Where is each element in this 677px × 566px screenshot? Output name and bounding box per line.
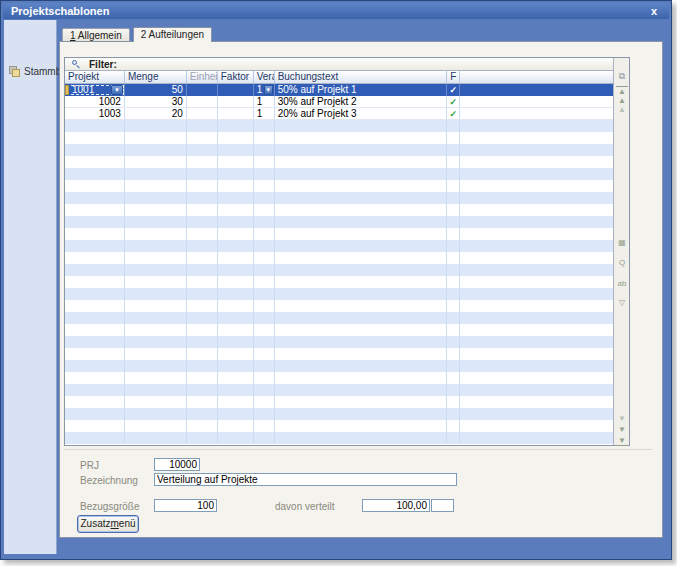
table-row[interactable] bbox=[65, 384, 613, 396]
cell-f bbox=[447, 228, 460, 240]
cell-filler bbox=[460, 84, 613, 96]
scroll-up-icon[interactable]: ▲ bbox=[616, 96, 628, 105]
cell-filler bbox=[460, 180, 613, 192]
cell-einheit bbox=[187, 300, 218, 312]
table-row[interactable] bbox=[65, 336, 613, 348]
column-header-menge[interactable]: Menge bbox=[125, 71, 187, 83]
table-row[interactable] bbox=[65, 168, 613, 180]
cell-filler bbox=[460, 396, 613, 408]
cell-f bbox=[447, 384, 460, 396]
cell-faktor bbox=[218, 192, 254, 204]
table-row[interactable] bbox=[65, 216, 613, 228]
table-row[interactable]: 100320120% auf Projekt 3✓ bbox=[65, 108, 613, 120]
scroll-top-icon[interactable]: ▲ bbox=[616, 86, 628, 96]
cell-buchungstext bbox=[275, 168, 448, 180]
cell-menge bbox=[125, 396, 187, 408]
cell-vera bbox=[254, 144, 275, 156]
table-row[interactable] bbox=[65, 312, 613, 324]
cell-f bbox=[447, 312, 460, 324]
column-chooser-icon[interactable]: ⧉ bbox=[616, 72, 628, 81]
table-row[interactable] bbox=[65, 252, 613, 264]
cell-projekt bbox=[65, 264, 125, 276]
table-row[interactable] bbox=[65, 144, 613, 156]
checkmark-icon: ✓ bbox=[450, 85, 458, 95]
scroll-down-page-icon[interactable]: ▼ bbox=[616, 414, 628, 423]
zusatzmenu-button[interactable]: Zusatzmenü bbox=[77, 515, 139, 533]
cell-filler bbox=[460, 240, 613, 252]
scroll-bottom-icon[interactable]: ▼ bbox=[616, 436, 628, 446]
column-header-einheit[interactable]: Einheit bbox=[187, 71, 218, 83]
search-grid-icon[interactable]: Q bbox=[616, 258, 628, 267]
cell-projekt bbox=[65, 300, 125, 312]
scroll-down-icon[interactable]: ▼ bbox=[616, 425, 628, 434]
cell-menge bbox=[125, 120, 187, 132]
cell-filler bbox=[460, 120, 613, 132]
cell-f bbox=[447, 372, 460, 384]
table-row[interactable] bbox=[65, 396, 613, 408]
column-header-projekt[interactable]: Projekt bbox=[65, 71, 125, 83]
table-row[interactable] bbox=[65, 288, 613, 300]
grid-filter-row[interactable]: Filter: bbox=[65, 58, 613, 71]
scroll-up-page-icon[interactable]: ▲ bbox=[616, 105, 628, 114]
cell-buchungstext bbox=[275, 180, 448, 192]
table-row[interactable] bbox=[65, 264, 613, 276]
table-row[interactable] bbox=[65, 120, 613, 132]
cell-menge bbox=[125, 240, 187, 252]
cell-f bbox=[447, 420, 460, 432]
column-header-faktor[interactable]: Faktor bbox=[218, 71, 254, 83]
tab-aufteilungen[interactable]: 2 Aufteilungen bbox=[133, 27, 212, 42]
table-row[interactable]: 100230130% auf Projekt 2✓ bbox=[65, 96, 613, 108]
davon-verteilt-field[interactable] bbox=[362, 499, 430, 512]
cell-buchungstext: 50% auf Projekt 1 bbox=[275, 84, 448, 96]
extra-field[interactable] bbox=[431, 499, 454, 512]
cell-einheit bbox=[187, 204, 218, 216]
edit-icon[interactable]: ab bbox=[616, 279, 628, 288]
bezeichnung-label: Bezeichnung bbox=[80, 475, 138, 486]
table-row[interactable] bbox=[65, 228, 613, 240]
table-row[interactable]: 1001▼501▼50% auf Projekt 1✓ bbox=[65, 84, 613, 96]
projekt-dropdown-icon[interactable]: ▼ bbox=[111, 85, 123, 95]
table-row[interactable] bbox=[65, 132, 613, 144]
cell-einheit bbox=[187, 372, 218, 384]
cell-faktor bbox=[218, 312, 254, 324]
table-row[interactable] bbox=[65, 324, 613, 336]
grid-body: 1001▼501▼50% auf Projekt 1✓100230130% au… bbox=[65, 84, 613, 445]
grid-view-icon[interactable]: ▦ bbox=[616, 238, 628, 247]
column-header-vera[interactable]: Vera bbox=[254, 71, 275, 83]
column-header-f[interactable]: F bbox=[447, 71, 460, 83]
filter-funnel-icon[interactable]: ▽ bbox=[616, 298, 628, 307]
vera-dropdown-icon[interactable]: ▼ bbox=[264, 85, 273, 95]
cell-faktor bbox=[218, 348, 254, 360]
prj-field[interactable] bbox=[154, 458, 200, 471]
table-row[interactable] bbox=[65, 432, 613, 444]
cell-vera: 1▼ bbox=[254, 84, 275, 96]
cell-f bbox=[447, 276, 460, 288]
filter-label: Filter: bbox=[89, 59, 117, 70]
tab-allgemein[interactable]: 1 Allgemein bbox=[62, 28, 130, 41]
cell-projekt bbox=[65, 420, 125, 432]
table-row[interactable] bbox=[65, 420, 613, 432]
cell-faktor bbox=[218, 420, 254, 432]
table-row[interactable] bbox=[65, 300, 613, 312]
grid-main: Filter: ProjektMengeEinheitFaktorVeraBuc… bbox=[65, 58, 613, 445]
cell-projekt bbox=[65, 324, 125, 336]
bezugsgroesse-field[interactable] bbox=[154, 499, 217, 512]
table-row[interactable] bbox=[65, 156, 613, 168]
table-row[interactable] bbox=[65, 348, 613, 360]
table-row[interactable] bbox=[65, 408, 613, 420]
table-row[interactable] bbox=[65, 372, 613, 384]
table-row[interactable] bbox=[65, 240, 613, 252]
table-row[interactable] bbox=[65, 180, 613, 192]
table-row[interactable] bbox=[65, 192, 613, 204]
table-row[interactable] bbox=[65, 204, 613, 216]
cell-buchungstext bbox=[275, 420, 448, 432]
cell-buchungstext bbox=[275, 408, 448, 420]
table-row[interactable] bbox=[65, 276, 613, 288]
cell-buchungstext bbox=[275, 276, 448, 288]
cell-vera bbox=[254, 156, 275, 168]
bezeichnung-field[interactable] bbox=[154, 473, 457, 486]
cell-faktor bbox=[218, 288, 254, 300]
column-header-buchungstext[interactable]: Buchungstext bbox=[275, 71, 448, 83]
table-row[interactable] bbox=[65, 360, 613, 372]
close-icon[interactable]: x bbox=[647, 4, 661, 18]
